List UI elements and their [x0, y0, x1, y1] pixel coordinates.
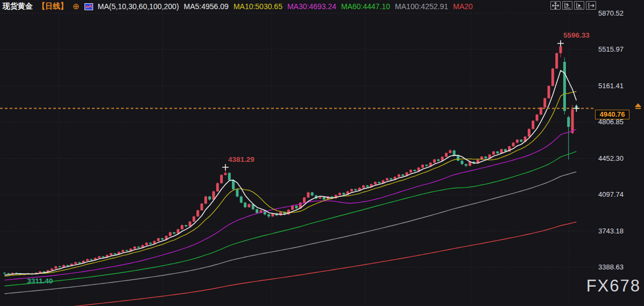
svg-text:4452.30: 4452.30 [598, 154, 624, 162]
svg-text:5870.52: 5870.52 [598, 9, 624, 17]
scroll-to-latest-icon[interactable] [634, 102, 642, 109]
ma200-label: MA20 [453, 2, 473, 11]
axis-scale-button[interactable] [562, 1, 572, 10]
chart-window: 5870.525515.975161.414806.854452.304097.… [0, 0, 644, 306]
svg-text:5515.97: 5515.97 [598, 45, 624, 53]
compare-add-icon[interactable]: ⊕ [73, 3, 80, 10]
svg-text:5596.33: 5596.33 [563, 31, 590, 39]
svg-text:5161.41: 5161.41 [598, 82, 624, 90]
watermark: FX678 [586, 276, 641, 296]
svg-text:3311.40: 3311.40 [27, 277, 53, 285]
ma-30-line [5, 129, 577, 280]
y-axis-labels: 5870.525515.975161.414806.854452.304097.… [598, 9, 624, 271]
ma-200-line [5, 222, 577, 306]
period-tag: 【日线】 [38, 2, 68, 11]
ma30-value: MA30:4693.24 [287, 2, 336, 11]
ma-5-line [5, 70, 577, 275]
svg-text:3388.63: 3388.63 [598, 263, 624, 271]
symbol-name: 现货黄金 [3, 2, 33, 11]
ma100-value: MA100:4252.91 [395, 2, 448, 11]
axis-play-button[interactable] [574, 1, 584, 10]
chart-legend: 现货黄金 【日线】 ⊕ MA(5,10,30,60,100,200) MA5:4… [3, 2, 473, 11]
candlestick-chart-canvas[interactable]: 5870.525515.975161.414806.854452.304097.… [0, 0, 644, 306]
candles-layer [3, 41, 578, 275]
pan-crosshair-button[interactable] [550, 1, 561, 10]
price-markers [222, 40, 579, 170]
collapse-right-button[interactable] [586, 1, 596, 10]
svg-text:3743.18: 3743.18 [598, 227, 624, 235]
ma60-value: MA60:4447.10 [341, 2, 390, 11]
ma-lines-layer [5, 70, 577, 306]
ma-100-line [5, 172, 577, 294]
ma-summary: MA(5,10,30,60,100,200) [98, 2, 179, 11]
ma10-value: MA10:5030.65 [233, 2, 282, 11]
last-price-label: 4940.76 [595, 110, 629, 119]
ma5-value: MA5:4956.09 [184, 2, 229, 11]
svg-text:4381.29: 4381.29 [228, 155, 254, 163]
price-annotations: 5596.334381.293311.40 [27, 31, 590, 285]
ma-60-line [5, 152, 577, 286]
svg-text:4806.85: 4806.85 [598, 118, 624, 126]
indicator-chart-icon[interactable] [84, 3, 93, 10]
svg-text:4097.74: 4097.74 [598, 190, 624, 198]
chart-toolbar [550, 1, 596, 10]
